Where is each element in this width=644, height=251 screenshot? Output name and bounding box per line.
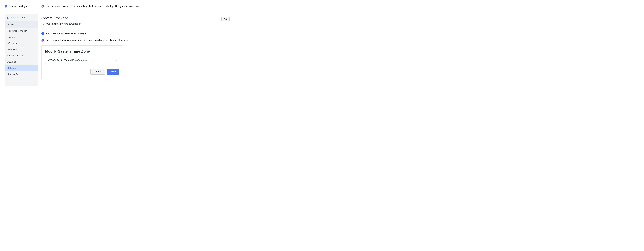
time-zone-selected-value: (-07:00) Pacific Time (US & Canada) [48,59,87,62]
step-3: 3 Click Edit to open Time Zone Settings. [42,32,231,35]
modify-title: Modify System Time Zone [45,49,119,54]
sidebar-item-api-keys[interactable]: API Keys [4,40,38,46]
time-zone-select[interactable]: (-07:00) Pacific Time (US & Canada) [45,57,119,64]
sidebar-item-recycle-bin[interactable]: Recycle Bin [4,71,38,77]
sidebar-item-organization-alert[interactable]: Organization Alert [4,52,38,58]
cancel-button[interactable]: Cancel [90,68,105,74]
step-4: 4 Select an applicable time zone from th… [42,38,231,42]
step-1: 1 Choose Settings. [4,4,38,8]
step-2: 2 In the Time Zone area, the currently a… [42,4,231,8]
save-button[interactable]: Save [107,68,119,74]
step-badge-4: 4 [42,39,44,42]
sidebar-item-license[interactable]: License [4,34,38,40]
sidebar-item-settings[interactable]: Settings [4,65,38,71]
edit-button[interactable]: Edit [222,17,230,22]
step-4-text: Select an applicable time zone from the … [46,39,128,42]
system-time-zone-value: (-07:00) Pacific Time (US & Canada) [42,22,81,25]
step-3-text: Click Edit to open Time Zone Settings. [46,32,86,35]
step-badge-2: 2 [42,5,44,8]
sidebar-header[interactable]: Organization [4,14,38,22]
step-badge-3: 3 [42,32,44,35]
step-badge-1: 1 [4,5,7,8]
caret-down-icon [116,60,117,61]
sidebar-item-members[interactable]: Members [4,46,38,52]
system-time-zone-title: System Time Zone [42,16,81,20]
step-2-text: In the Time Zone area, the currently app… [48,5,139,8]
modify-time-zone-card: Modify System Time Zone (-07:00) Pacific… [42,46,123,79]
sidebar-item-resource-manager[interactable]: Resource Manager [4,28,38,34]
sidebar-item-projects[interactable]: Projects [4,22,38,28]
step-1-text: Choose Settings. [9,5,27,8]
system-time-zone-block: System Time Zone (-07:00) Pacific Time (… [42,16,231,25]
sidebar: Organization Projects Resource Manager L… [4,14,38,86]
organization-icon [7,16,10,19]
sidebar-header-label: Organization [11,16,25,19]
sidebar-item-activities[interactable]: Activities [4,58,38,65]
